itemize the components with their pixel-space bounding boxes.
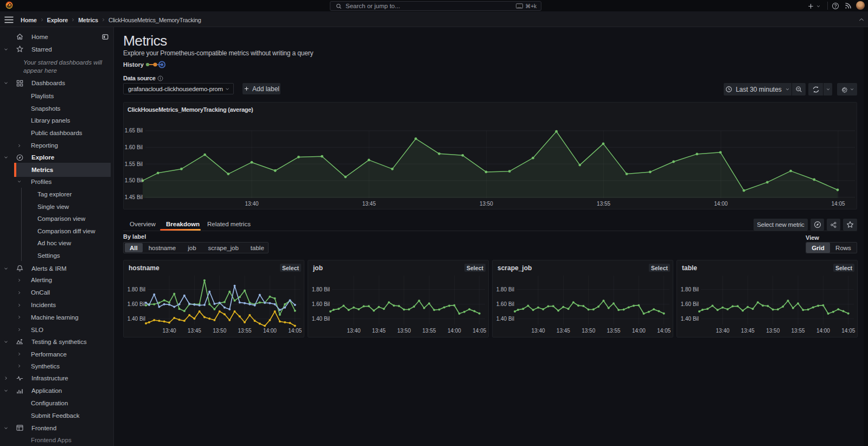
svg-text:1.80 Bil: 1.80 Bil bbox=[681, 286, 699, 292]
svg-text:1.80 Bil: 1.80 Bil bbox=[312, 286, 330, 292]
svg-text:13:55: 13:55 bbox=[597, 201, 610, 207]
svg-text:14:00: 14:00 bbox=[816, 328, 830, 334]
svg-text:14:05: 14:05 bbox=[841, 328, 855, 334]
svg-text:1.80 Bil: 1.80 Bil bbox=[127, 286, 145, 292]
svg-text:13:50: 13:50 bbox=[213, 328, 226, 334]
svg-text:13:40: 13:40 bbox=[245, 201, 258, 207]
svg-text:13:45: 13:45 bbox=[557, 328, 570, 334]
svg-text:14:05: 14:05 bbox=[288, 328, 302, 334]
svg-text:14:00: 14:00 bbox=[448, 328, 461, 334]
svg-text:1.65 Bil: 1.65 Bil bbox=[125, 128, 143, 133]
svg-text:14:00: 14:00 bbox=[263, 328, 277, 334]
svg-text:1.60 Bil: 1.60 Bil bbox=[496, 301, 514, 307]
svg-text:1.40 Bil: 1.40 Bil bbox=[312, 316, 330, 322]
svg-text:13:45: 13:45 bbox=[741, 328, 755, 334]
svg-text:1.60 Bil: 1.60 Bil bbox=[127, 301, 145, 307]
svg-text:13:45: 13:45 bbox=[372, 328, 386, 334]
svg-text:13:50: 13:50 bbox=[582, 328, 595, 334]
svg-text:13:55: 13:55 bbox=[423, 328, 436, 334]
svg-text:13:50: 13:50 bbox=[766, 328, 780, 334]
svg-text:1.60 Bil: 1.60 Bil bbox=[312, 301, 330, 307]
svg-text:13:40: 13:40 bbox=[347, 328, 360, 334]
svg-text:1.60 Bil: 1.60 Bil bbox=[125, 144, 143, 150]
svg-text:1.80 Bil: 1.80 Bil bbox=[496, 286, 514, 292]
svg-text:13:40: 13:40 bbox=[716, 328, 729, 334]
svg-text:1.60 Bil: 1.60 Bil bbox=[681, 301, 699, 307]
svg-text:14:05: 14:05 bbox=[473, 328, 486, 334]
svg-text:13:40: 13:40 bbox=[531, 328, 545, 334]
svg-text:1.40 Bil: 1.40 Bil bbox=[681, 316, 699, 322]
svg-text:13:40: 13:40 bbox=[162, 328, 176, 334]
svg-text:14:00: 14:00 bbox=[632, 328, 646, 334]
svg-text:14:05: 14:05 bbox=[831, 201, 845, 207]
svg-text:13:50: 13:50 bbox=[397, 328, 411, 334]
svg-text:1.40 Bil: 1.40 Bil bbox=[127, 316, 145, 322]
svg-text:1.45 Bil: 1.45 Bil bbox=[125, 194, 143, 200]
svg-text:13:55: 13:55 bbox=[607, 328, 621, 334]
svg-text:14:00: 14:00 bbox=[714, 201, 727, 207]
svg-text:13:45: 13:45 bbox=[362, 201, 376, 207]
svg-text:1.50 Bil: 1.50 Bil bbox=[125, 177, 143, 183]
svg-text:13:55: 13:55 bbox=[792, 328, 805, 334]
svg-text:14:05: 14:05 bbox=[657, 328, 671, 334]
svg-text:1.55 Bil: 1.55 Bil bbox=[125, 161, 143, 167]
svg-text:1.40 Bil: 1.40 Bil bbox=[496, 316, 514, 322]
svg-text:13:55: 13:55 bbox=[238, 328, 252, 334]
svg-text:13:50: 13:50 bbox=[480, 201, 493, 207]
svg-text:13:45: 13:45 bbox=[188, 328, 201, 334]
